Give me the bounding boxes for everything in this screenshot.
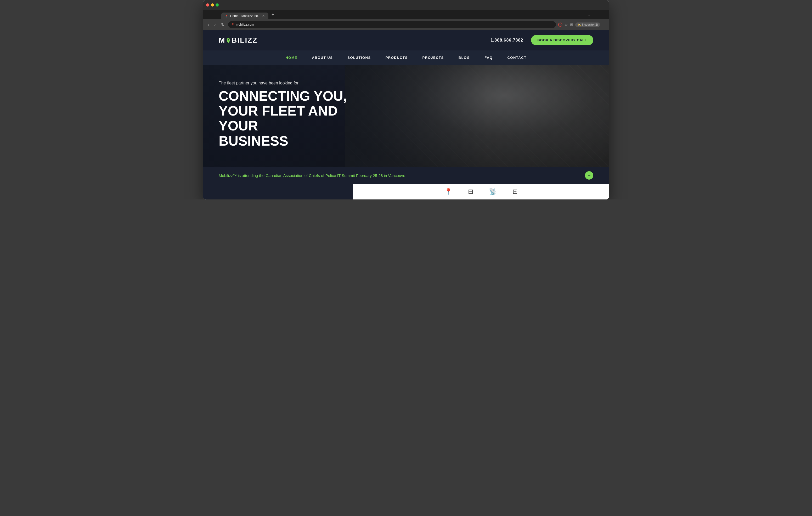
browser-titlebar	[203, 0, 609, 10]
announcement-text: Mobilizz™ is attending the Canadian Asso…	[219, 173, 582, 178]
nav-item-products[interactable]: PRODUCTS	[378, 51, 415, 65]
icon-tablet: ⊟	[468, 188, 473, 195]
url-text: mobilizz.com	[236, 23, 254, 26]
close-button[interactable]	[206, 3, 209, 6]
bottom-icons-area: 📍 ⊟ 📡 ⊞	[353, 184, 609, 200]
tablet-icon: ⊟	[468, 188, 473, 195]
book-discovery-call-button[interactable]: BOOK A DISCOVERY CALL	[531, 35, 593, 45]
minimize-button[interactable]	[211, 3, 214, 6]
hero-title-line3: BUSINESS	[219, 133, 288, 149]
location-icon: 📍	[444, 188, 452, 195]
site-logo[interactable]: M BILIZZ	[219, 36, 257, 44]
incognito-label: Incognito (2)	[582, 23, 598, 26]
broadcast-icon: 📡	[489, 188, 497, 195]
toolbar-right: 🚫 ☆ ⊞ 🕵 Incognito (2) ⋮	[558, 23, 606, 27]
hero-subtitle: The fleet partner you have been looking …	[219, 81, 365, 86]
nav-item-about[interactable]: ABOUT US	[304, 51, 340, 65]
tab-favicon: 📍	[225, 14, 228, 18]
hero-title-line1: CONNECTING YOU,	[219, 88, 347, 103]
maximize-button[interactable]	[215, 3, 219, 6]
header-right: 1.888.686.7882 BOOK A DISCOVERY CALL	[491, 35, 593, 45]
logo-pin-icon	[226, 37, 231, 43]
incognito-icon: 🕵	[577, 23, 581, 26]
bookmark-icon[interactable]: ☆	[564, 23, 568, 27]
announcement-arrow-button[interactable]: →	[585, 171, 593, 180]
nav-item-contact[interactable]: CONTACT	[500, 51, 534, 65]
lock-icon: 📍	[231, 23, 234, 26]
camera-off-icon: 🚫	[558, 23, 562, 27]
browser-toolbar: ‹ › ↻ 📍 mobilizz.com 🚫 ☆ ⊞ 🕵 Incognito (…	[203, 19, 609, 30]
website-content: M BILIZZ 1.888.686.7882 BOOK A DISCOVERY…	[203, 30, 609, 200]
menu-icon[interactable]: ⋮	[602, 23, 606, 27]
nav-item-projects[interactable]: PROJECTS	[415, 51, 451, 65]
site-navigation: HOME ABOUT US SOLUTIONS PRODUCTS PROJECT…	[203, 51, 609, 65]
announcement-bar[interactable]: Mobilizz™ is attending the Canadian Asso…	[203, 167, 609, 184]
logo-rest: BILIZZ	[232, 36, 257, 44]
site-header: M BILIZZ 1.888.686.7882 BOOK A DISCOVERY…	[203, 30, 609, 51]
tab-title: Home - Mobilizz Inc.	[230, 14, 259, 18]
hero-section: The fleet partner you have been looking …	[203, 65, 609, 167]
bottom-section: 📍 ⊟ 📡 ⊞	[203, 184, 609, 200]
nav-item-home[interactable]: HOME	[278, 51, 304, 65]
phone-number[interactable]: 1.888.686.7882	[491, 38, 523, 42]
back-button[interactable]: ‹	[206, 21, 210, 28]
tab-close-button[interactable]: ✕	[262, 14, 265, 18]
active-tab[interactable]: 📍 Home - Mobilizz Inc. ✕	[221, 12, 268, 19]
hero-title: CONNECTING YOU, YOUR FLEET AND YOUR BUSI…	[219, 89, 365, 149]
browser-window: 📍 Home - Mobilizz Inc. ✕ + ⌄ ‹ › ↻ 📍 mob…	[203, 0, 609, 200]
icon-location: 📍	[444, 188, 452, 195]
display-icon: ⊞	[513, 188, 518, 195]
tab-bar-dropdown[interactable]: ⌄	[587, 12, 591, 18]
icon-broadcast: 📡	[489, 188, 497, 195]
bottom-dark-area	[203, 184, 353, 200]
icon-display: ⊞	[513, 188, 518, 195]
tab-strip-icon[interactable]: ⊞	[570, 23, 573, 27]
nav-item-faq[interactable]: FAQ	[477, 51, 500, 65]
new-tab-button[interactable]: +	[269, 11, 277, 19]
tab-bar: 📍 Home - Mobilizz Inc. ✕ + ⌄	[203, 10, 609, 19]
nav-item-solutions[interactable]: SOLUTIONS	[340, 51, 378, 65]
logo-m: M	[219, 36, 225, 44]
address-bar[interactable]: 📍 mobilizz.com	[228, 21, 556, 28]
hero-content: The fleet partner you have been looking …	[219, 81, 365, 149]
incognito-badge: 🕵 Incognito (2)	[575, 23, 600, 27]
hero-title-line2: YOUR FLEET AND YOUR	[219, 103, 338, 133]
nav-item-blog[interactable]: BLOG	[451, 51, 477, 65]
traffic-lights	[206, 3, 219, 6]
refresh-button[interactable]: ↻	[220, 21, 226, 28]
forward-button[interactable]: ›	[213, 21, 217, 28]
